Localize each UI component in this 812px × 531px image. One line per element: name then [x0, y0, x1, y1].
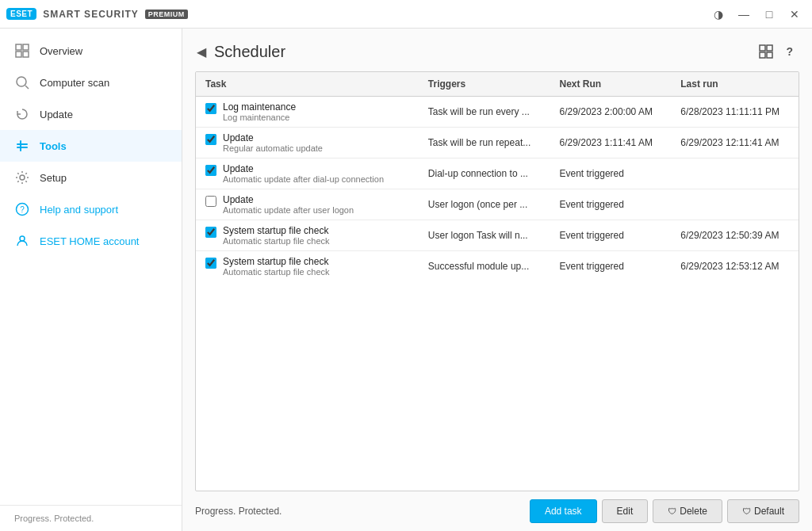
- svg-rect-2: [16, 52, 21, 57]
- col-next-run: Next Run: [550, 72, 672, 97]
- sidebar-nav: Overview Computer scan Update Tools: [0, 29, 182, 505]
- next-run-cell-1: 6/29/2023 1:11:41 AM: [550, 128, 672, 159]
- scan-icon: [14, 74, 30, 90]
- task-desc-0: Log maintenance: [223, 113, 296, 122]
- content-header-actions: ?: [756, 41, 796, 62]
- sidebar-item-computer-scan-label: Computer scan: [40, 77, 109, 89]
- svg-rect-6: [17, 143, 28, 145]
- app-body: Overview Computer scan Update Tools: [0, 29, 812, 531]
- sidebar-item-update[interactable]: Update: [0, 98, 182, 130]
- svg-point-4: [17, 77, 26, 86]
- delete-button[interactable]: 🛡 Delete: [653, 499, 722, 523]
- add-task-label: Add task: [545, 506, 582, 517]
- table-body: Log maintenanceLog maintenanceTask will …: [196, 97, 799, 282]
- minimize-button[interactable]: —: [733, 3, 755, 25]
- sidebar-item-update-label: Update: [40, 109, 73, 120]
- trigger-cell-5: Successful module up...: [419, 251, 550, 282]
- edit-button[interactable]: Edit: [602, 499, 649, 523]
- next-run-cell-0: 6/29/2023 2:00:00 AM: [550, 97, 672, 128]
- task-cell-0: Log maintenanceLog maintenance: [196, 97, 419, 128]
- maximize-button[interactable]: □: [758, 3, 780, 25]
- task-name-5: System startup file check: [223, 256, 330, 267]
- sidebar-item-tools[interactable]: Tools: [0, 130, 182, 162]
- task-desc-4: Automatic startup file check: [223, 236, 330, 246]
- help-button[interactable]: ?: [783, 41, 796, 62]
- trigger-cell-0: Task will be run every ...: [419, 97, 550, 128]
- task-checkbox-0[interactable]: [205, 103, 216, 114]
- shield-delete-icon: 🛡: [668, 506, 676, 516]
- task-checkbox-2[interactable]: [205, 165, 216, 176]
- title-bar-controls: ◑ — □ ✕: [707, 3, 806, 25]
- default-button[interactable]: 🛡 Default: [727, 499, 799, 523]
- task-checkbox-3[interactable]: [205, 196, 216, 207]
- task-name-2: Update: [223, 163, 384, 174]
- table-row[interactable]: System startup file checkAutomatic start…: [196, 220, 799, 251]
- table-header: Task Triggers Next Run Last run: [196, 72, 799, 97]
- svg-rect-13: [760, 45, 765, 51]
- svg-rect-0: [16, 44, 21, 50]
- contrast-button[interactable]: ◑: [707, 3, 730, 25]
- last-run-cell-1: 6/29/2023 12:11:41 AM: [671, 128, 799, 159]
- title-bar: ESET SMART SECURITY PREMIUM ◑ — □ ✕: [0, 0, 812, 29]
- grid-view-button[interactable]: [756, 41, 776, 62]
- svg-rect-1: [23, 44, 29, 50]
- col-triggers: Triggers: [419, 72, 550, 97]
- task-cell-1: UpdateRegular automatic update: [196, 128, 419, 159]
- last-run-cell-2: [671, 159, 799, 189]
- table-row[interactable]: UpdateAutomatic update after dial-up con…: [196, 159, 799, 189]
- account-icon: [14, 233, 30, 249]
- next-run-cell-4: Event triggered: [550, 220, 672, 251]
- task-desc-3: Automatic update after user logon: [223, 205, 354, 215]
- task-checkbox-4[interactable]: [205, 227, 216, 238]
- back-button[interactable]: ◀: [195, 43, 208, 61]
- scheduler-table-container: Task Triggers Next Run Last run Log main…: [195, 71, 799, 491]
- trigger-cell-3: User logon (once per ...: [419, 189, 550, 220]
- sidebar-item-computer-scan[interactable]: Computer scan: [0, 67, 182, 98]
- task-name-3: Update: [223, 194, 354, 205]
- sidebar-item-help-label: Help and support: [40, 204, 118, 216]
- title-bar-brand: SMART SECURITY: [43, 9, 139, 20]
- svg-rect-16: [767, 52, 772, 58]
- bottom-bar: Progress. Protected. Add task Edit 🛡 Del…: [182, 491, 812, 531]
- sidebar-item-setup[interactable]: Setup: [0, 162, 182, 193]
- trigger-cell-1: Task will be run repeat...: [419, 128, 550, 159]
- svg-rect-14: [767, 45, 772, 51]
- trigger-cell-4: User logon Task will n...: [419, 220, 550, 251]
- add-task-button[interactable]: Add task: [530, 499, 597, 523]
- status-text: Progress. Protected.: [14, 514, 94, 523]
- task-checkbox-5[interactable]: [205, 258, 216, 269]
- task-cell-3: UpdateAutomatic update after user logon: [196, 189, 419, 220]
- table-row[interactable]: System startup file checkAutomatic start…: [196, 251, 799, 282]
- sidebar-item-eset-home[interactable]: ESET HOME account: [0, 225, 182, 257]
- sidebar-item-overview-label: Overview: [40, 45, 82, 57]
- svg-text:?: ?: [20, 205, 25, 214]
- table-row[interactable]: UpdateRegular automatic updateTask will …: [196, 128, 799, 159]
- sidebar-item-help-support[interactable]: ? Help and support: [0, 193, 182, 225]
- content-header: ◀ Scheduler ?: [182, 29, 812, 71]
- sidebar-item-tools-label: Tools: [40, 140, 67, 152]
- content-title-area: ◀ Scheduler: [195, 43, 285, 61]
- task-name-4: System startup file check: [223, 225, 330, 236]
- update-icon: [14, 106, 30, 122]
- col-task: Task: [196, 72, 419, 97]
- tools-icon: [14, 138, 30, 154]
- svg-point-9: [20, 175, 25, 180]
- sidebar: Overview Computer scan Update Tools: [0, 29, 182, 531]
- close-button[interactable]: ✕: [783, 3, 806, 25]
- sidebar-item-overview[interactable]: Overview: [0, 35, 182, 67]
- last-run-cell-4: 6/29/2023 12:50:39 AM: [671, 220, 799, 251]
- delete-label: Delete: [680, 506, 707, 517]
- svg-rect-15: [760, 52, 765, 58]
- sidebar-item-eset-home-label: ESET HOME account: [40, 235, 139, 247]
- next-run-cell-3: Event triggered: [550, 189, 672, 220]
- col-last-run: Last run: [671, 72, 799, 97]
- task-checkbox-1[interactable]: [205, 134, 216, 145]
- task-cell-5: System startup file checkAutomatic start…: [196, 251, 419, 282]
- gear-icon: [14, 170, 30, 185]
- last-run-cell-3: [671, 189, 799, 220]
- table-row[interactable]: Log maintenanceLog maintenanceTask will …: [196, 97, 799, 128]
- last-run-cell-5: 6/29/2023 12:53:12 AM: [671, 251, 799, 282]
- default-label: Default: [754, 506, 784, 517]
- table-row[interactable]: UpdateAutomatic update after user logonU…: [196, 189, 799, 220]
- shield-default-icon: 🛡: [742, 506, 751, 516]
